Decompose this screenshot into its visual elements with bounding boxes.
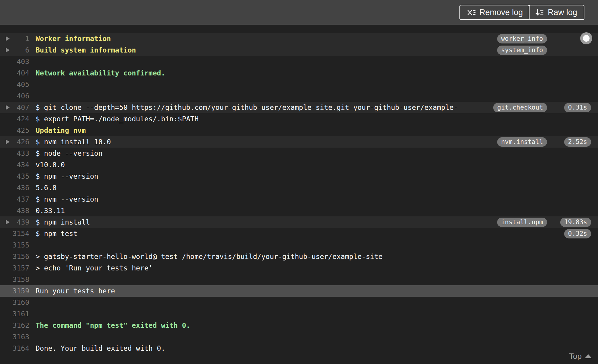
- line-number-link[interactable]: 3164: [0, 343, 29, 354]
- line-number-link[interactable]: 406: [0, 90, 29, 102]
- log-line-text: Network availability confirmed.: [36, 67, 589, 79]
- log-row: 3157 > echo 'Run your tests here': [0, 262, 598, 274]
- line-number-link[interactable]: 3154: [0, 228, 29, 239]
- line-number-link[interactable]: 3158: [0, 274, 29, 285]
- log-row: 425 Updating nvm: [0, 125, 598, 136]
- log-line-text: $ nvm --version: [36, 193, 589, 205]
- log-row: 3162 The command "npm test" exited with …: [0, 320, 598, 331]
- remove-log-button[interactable]: Remove log: [459, 5, 530, 20]
- log-line-text: Done. Your build exited with 0.: [36, 343, 589, 354]
- scroll-indicator[interactable]: [580, 32, 592, 44]
- raw-log-label: Raw log: [548, 8, 577, 17]
- fold-name-badge: nvm.install: [497, 137, 547, 147]
- line-number-link[interactable]: 404: [0, 67, 29, 79]
- log-row: 3163: [0, 331, 598, 343]
- line-number-link[interactable]: 435: [0, 171, 29, 182]
- log-row: 424 $ export PATH=./node_modules/.bin:$P…: [0, 113, 598, 125]
- line-number-link[interactable]: 3163: [0, 331, 29, 343]
- log-line-text: $ node --version: [36, 148, 589, 159]
- log-row: 406: [0, 90, 598, 102]
- log-row: 403: [0, 56, 598, 67]
- fold-name-badge: system_info: [497, 46, 547, 55]
- log-row: 435 $ npm --version: [0, 171, 598, 182]
- line-number-link[interactable]: 426: [0, 136, 29, 148]
- duration-badge: 19.83s: [560, 218, 591, 227]
- line-number-link[interactable]: 3159: [0, 285, 29, 297]
- log-line-text: $ npm --version: [36, 171, 589, 182]
- line-number-link[interactable]: 434: [0, 159, 29, 171]
- log-row: 6 Build system information system_info: [0, 44, 598, 56]
- line-number-link[interactable]: 437: [0, 193, 29, 205]
- line-number-link[interactable]: 3160: [0, 297, 29, 308]
- log-row: 3156 > gatsby-starter-hello-world@ test …: [0, 251, 598, 262]
- duration-badge: 2.52s: [564, 137, 591, 147]
- log-line-text: $ npm test: [36, 228, 589, 239]
- line-number-link[interactable]: 3157: [0, 262, 29, 274]
- line-number-link[interactable]: 3161: [0, 308, 29, 320]
- line-number-link[interactable]: 403: [0, 56, 29, 67]
- line-number-link[interactable]: 425: [0, 125, 29, 136]
- log-row: 3155: [0, 239, 598, 251]
- line-number-link[interactable]: 433: [0, 148, 29, 159]
- log-row: 3159 Run your tests here: [0, 285, 598, 297]
- line-number-link[interactable]: 438: [0, 205, 29, 216]
- log-row: 404 Network availability confirmed.: [0, 67, 598, 79]
- log-row: 438 0.33.11: [0, 205, 598, 216]
- log-row: 433 $ node --version: [0, 148, 598, 159]
- log-row: 3158: [0, 274, 598, 285]
- log-line-text: > echo 'Run your tests here': [36, 262, 589, 274]
- log-row: 1 Worker information worker_info: [0, 33, 598, 44]
- line-number-link[interactable]: 3156: [0, 251, 29, 262]
- line-number-link[interactable]: 405: [0, 79, 29, 90]
- duration-badge: 0.32s: [564, 229, 591, 238]
- log-row: 436 5.6.0: [0, 182, 598, 193]
- log-line-text: Updating nvm: [36, 125, 589, 136]
- line-number-link[interactable]: 424: [0, 113, 29, 125]
- log-row: 437 $ nvm --version: [0, 193, 598, 205]
- log-row: 3160: [0, 297, 598, 308]
- log-row: 426 $ nvm install 10.0 nvm.install 2.52s: [0, 136, 598, 148]
- log-row: 407 $ git clone --depth=50 https://githu…: [0, 102, 598, 113]
- log-row: 439 $ npm install install.npm 19.83s: [0, 216, 598, 228]
- line-number-link[interactable]: 3155: [0, 239, 29, 251]
- log-line-text: v10.0.0: [36, 159, 589, 171]
- line-number-link[interactable]: 407: [0, 102, 29, 113]
- toolbar: Remove log Raw log: [0, 0, 598, 25]
- line-number-link[interactable]: 3162: [0, 320, 29, 331]
- scroll-to-top-link[interactable]: Top: [569, 352, 592, 361]
- fold-name-badge: install.npm: [497, 218, 547, 227]
- log-lines: 1 Worker information worker_info 6 Build…: [0, 33, 598, 354]
- log-line-text: 5.6.0: [36, 182, 589, 193]
- log-row: 3154 $ npm test 0.32s: [0, 228, 598, 239]
- fold-name-badge: worker_info: [497, 34, 547, 43]
- up-arrow-icon: [585, 354, 592, 358]
- log-row: 434 v10.0.0: [0, 159, 598, 171]
- top-link-label: Top: [569, 352, 582, 361]
- log-row: 3164 Done. Your build exited with 0.: [0, 343, 598, 354]
- build-log: 1 Worker information worker_info 6 Build…: [0, 25, 598, 364]
- log-line-text: 0.33.11: [36, 205, 589, 216]
- raw-log-button[interactable]: Raw log: [528, 5, 584, 20]
- log-row: 3161: [0, 308, 598, 320]
- log-row: 405: [0, 79, 598, 90]
- log-line-text: $ export PATH=./node_modules/.bin:$PATH: [36, 113, 589, 125]
- line-number-link[interactable]: 1: [0, 33, 29, 44]
- log-line-text: Run your tests here: [36, 285, 589, 297]
- scroll-indicator-dot-icon: [583, 35, 590, 42]
- line-number-link[interactable]: 439: [0, 216, 29, 228]
- fold-name-badge: git.checkout: [493, 103, 547, 112]
- line-number-link[interactable]: 6: [0, 44, 29, 56]
- raw-log-icon: [535, 8, 544, 17]
- log-line-text: The command "npm test" exited with 0.: [36, 320, 589, 331]
- remove-log-icon: [467, 8, 476, 17]
- duration-badge: 0.31s: [564, 103, 591, 112]
- line-number-link[interactable]: 436: [0, 182, 29, 193]
- log-line-text: > gatsby-starter-hello-world@ test /home…: [36, 251, 589, 262]
- remove-log-label: Remove log: [479, 8, 523, 17]
